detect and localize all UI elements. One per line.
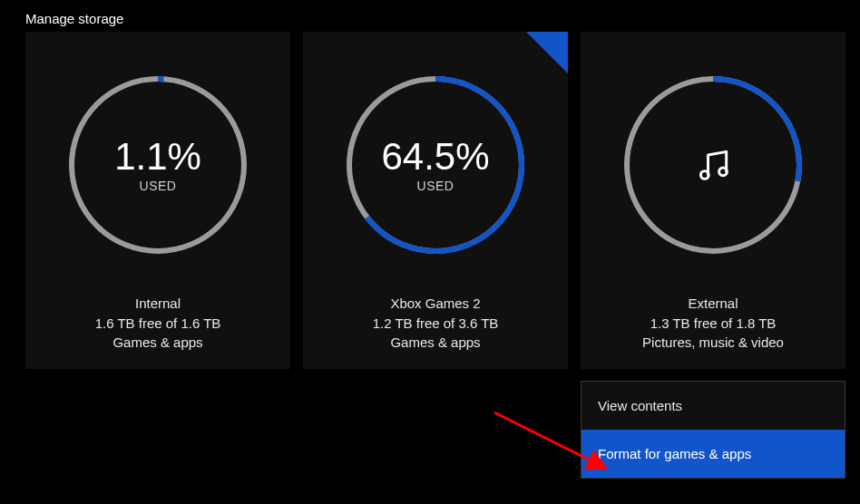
drive-content-type: Pictures, music & video (581, 333, 845, 353)
drive-free: 1.6 TB free of 1.6 TB (25, 314, 290, 334)
usage-ring (618, 70, 808, 260)
usage-ring: 1.1% USED (63, 70, 253, 260)
page-title: Manage storage (25, 11, 123, 26)
usage-percent: 64.5% (340, 137, 531, 177)
drive-name: Xbox Games 2 (303, 294, 568, 314)
context-menu: View contents Format for games & apps (581, 381, 845, 479)
drive-name: External (581, 294, 845, 314)
usage-used-label: USED (340, 179, 531, 193)
drive-free: 1.2 TB free of 3.6 TB (303, 314, 568, 334)
drive-content-type: Games & apps (303, 333, 568, 353)
context-menu-item-view-contents[interactable]: View contents (581, 382, 845, 430)
svg-point-3 (700, 171, 709, 179)
default-install-flag-icon (526, 32, 568, 73)
drive-content-type: Games & apps (25, 333, 290, 353)
drive-free: 1.3 TB free of 1.8 TB (581, 314, 845, 334)
card-labels: Xbox Games 2 1.2 TB free of 3.6 TB Games… (303, 294, 568, 353)
context-menu-item-format[interactable]: Format for games & apps (581, 430, 845, 478)
storage-card-xbox-games-2[interactable]: 64.5% USED Xbox Games 2 1.2 TB free of 3… (303, 32, 568, 369)
drive-name: Internal (25, 294, 290, 314)
usage-used-label: USED (63, 179, 253, 193)
storage-card-internal[interactable]: 1.1% USED Internal 1.6 TB free of 1.6 TB… (25, 32, 290, 369)
music-icon (693, 145, 733, 185)
storage-cards: 1.1% USED Internal 1.6 TB free of 1.6 TB… (25, 32, 845, 369)
svg-point-4 (719, 168, 728, 176)
card-labels: Internal 1.6 TB free of 1.6 TB Games & a… (25, 294, 290, 353)
card-labels: External 1.3 TB free of 1.8 TB Pictures,… (581, 294, 845, 353)
usage-ring: 64.5% USED (340, 70, 531, 260)
usage-percent: 1.1% (63, 137, 253, 177)
storage-card-external[interactable]: External 1.3 TB free of 1.8 TB Pictures,… (581, 32, 845, 369)
